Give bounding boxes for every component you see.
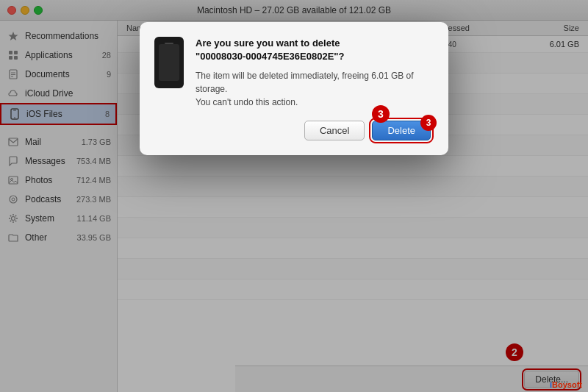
modal-overlay: 3 Are you sure you want to delete "00008… xyxy=(0,0,588,392)
delete-confirmation-modal: 3 Are you sure you want to delete "00008… xyxy=(140,22,448,155)
step3-badge-modal: 3 xyxy=(420,115,437,131)
cancel-button[interactable]: Cancel xyxy=(304,121,365,140)
modal-content: Are you sure you want to delete "0000803… xyxy=(154,37,431,109)
delete-button-container: Delete 3 xyxy=(372,121,431,140)
modal-desc-line1: The item will be deleted immediately, fr… xyxy=(196,71,414,94)
modal-title: Are you sure you want to delete "0000803… xyxy=(196,37,431,63)
modal-iphone-icon xyxy=(154,37,184,109)
modal-buttons: Cancel Delete 3 xyxy=(154,121,431,140)
watermark-brand: Boysoft xyxy=(552,380,582,389)
modal-title-line2: "00008030-0004745E36E0802E"? xyxy=(196,51,344,62)
watermark: iBoysoft xyxy=(550,380,582,389)
modal-description: The item will be deleted immediately, fr… xyxy=(196,69,431,109)
modal-body: Are you sure you want to delete "0000803… xyxy=(196,37,431,109)
modal-title-line1: Are you sure you want to delete xyxy=(196,38,340,49)
modal-desc-line2: You can't undo this action. xyxy=(196,97,298,107)
